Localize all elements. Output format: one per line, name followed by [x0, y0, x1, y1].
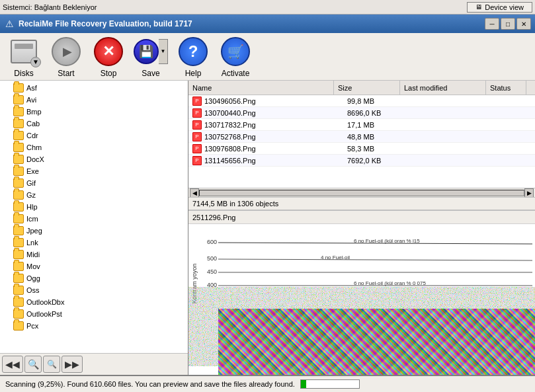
file-size-cell: 48,8 MB — [343, 133, 409, 141]
table-row[interactable]: P 130496056.Png 99,8 MB — [188, 95, 535, 107]
svg-text:6 no  Fuel-oil  (kül oran % 0 : 6 no Fuel-oil (kül oran % 0 075 — [354, 280, 427, 286]
tree-item[interactable]: DocX — [1, 153, 186, 165]
tree-item[interactable]: Mov — [1, 260, 186, 272]
folder-icon — [13, 297, 24, 307]
tree-item-label: Exe — [26, 167, 39, 175]
tree-item[interactable]: Asf — [1, 82, 186, 94]
folder-icon — [13, 178, 24, 188]
file-size-cell: 8696,0 KB — [343, 109, 409, 117]
folder-icon — [13, 286, 24, 295]
tree-item-label: Icm — [26, 215, 38, 223]
tree-item-label: Avi — [26, 96, 36, 104]
file-list-hscroll[interactable]: ◀ ▶ — [188, 188, 535, 197]
col-size-header[interactable]: Size — [334, 81, 400, 95]
tree-item-label: Gz — [26, 191, 36, 199]
table-row[interactable]: P 130717832.Png 17,1 MB — [188, 119, 535, 131]
folder-icon — [13, 226, 24, 235]
file-tree[interactable]: Asf Avi Bmp Cab Cdr Chm DocX Exe Gif Gz — [0, 81, 188, 353]
nav-buttons: ◀◀ 🔍 🔍 ▶▶ — [0, 353, 188, 375]
tree-item[interactable]: Chm — [1, 141, 186, 153]
tree-item-label: OutlookDbx — [26, 298, 64, 306]
zoom-out-button[interactable]: 🔍 — [24, 356, 42, 373]
file-name-cell: P 130496056.Png — [188, 97, 343, 106]
table-row[interactable]: P 130976808.Png 58,3 MB — [188, 143, 535, 155]
tree-item[interactable]: Icm — [1, 213, 186, 225]
top-bar-text: Sistemci: Bağlantı Bekleniyor — [3, 3, 97, 11]
file-name-cell: P 130752768.Png — [188, 132, 343, 141]
tree-item[interactable]: Pcx — [1, 320, 186, 332]
tree-item[interactable]: OutlookPst — [1, 308, 186, 320]
folder-icon — [13, 95, 24, 104]
col-name-header[interactable]: Name — [188, 81, 334, 95]
tree-item-label: Mov — [26, 262, 40, 270]
file-icon: P — [192, 108, 202, 118]
tree-item-label: Bmp — [26, 108, 42, 116]
file-name-cell: P 131145656.Png — [188, 156, 343, 165]
folder-icon — [13, 107, 24, 116]
folder-icon — [13, 131, 24, 140]
folder-icon — [13, 250, 24, 259]
zoom-in-button[interactable]: 🔍 — [43, 356, 60, 373]
progress-bar — [300, 379, 360, 389]
tree-item-label: Oss — [26, 286, 40, 294]
tree-item[interactable]: OutlookDbx — [1, 296, 186, 308]
col-status-header[interactable]: Status — [486, 81, 526, 95]
folder-icon — [13, 321, 24, 331]
table-row[interactable]: P 130700440.Png 8696,0 KB — [188, 107, 535, 119]
help-button[interactable]: Help — [175, 34, 212, 79]
status-text: Scanning (9,25%). Found 610.660 files. Y… — [5, 380, 295, 388]
disks-button[interactable]: ▼ Disks — [5, 34, 42, 79]
table-row[interactable]: P 131145656.Png 7692,0 KB — [188, 155, 535, 167]
save-button[interactable]: ▼ Save — [132, 34, 169, 79]
warning-icon: ⚠ — [4, 19, 15, 29]
file-icon: P — [192, 156, 202, 165]
table-row[interactable]: P 130752768.Png 48,8 MB — [188, 131, 535, 143]
right-panel: Name Size Last modified Status P 1304960… — [188, 81, 535, 375]
tree-item[interactable]: Exe — [1, 165, 186, 177]
noise-layer2 — [218, 309, 535, 375]
file-icon: P — [192, 120, 202, 130]
close-button[interactable]: ✕ — [516, 18, 531, 30]
file-name-cell: P 130717832.Png — [188, 120, 343, 130]
maximize-button[interactable]: □ — [501, 18, 515, 30]
start-label: Start — [58, 69, 74, 78]
preview-title: 2511296.Png — [188, 211, 535, 224]
folder-icon — [13, 309, 24, 319]
tree-item[interactable]: Avi — [1, 94, 186, 106]
tree-item[interactable]: Midi — [1, 249, 186, 260]
file-icon: P — [192, 132, 202, 141]
tree-item[interactable]: Jpeg — [1, 225, 186, 237]
status-bar: Scanning (9,25%). Found 610.660 files. Y… — [0, 375, 535, 392]
tree-item[interactable]: Cab — [1, 118, 186, 130]
hscroll-track[interactable] — [199, 190, 524, 196]
folder-icon — [13, 143, 24, 152]
file-size-cell: 7692,0 KB — [343, 157, 409, 165]
tree-item-label: Lnk — [26, 239, 38, 247]
file-name-cell: P 130976808.Png — [188, 144, 343, 153]
prev-button[interactable]: ◀◀ — [2, 356, 23, 373]
device-view-tab[interactable]: 🖥 Device view — [467, 2, 532, 13]
tree-item[interactable]: Ogg — [1, 272, 186, 284]
next-button[interactable]: ▶▶ — [62, 356, 83, 373]
start-button[interactable]: Start — [48, 34, 85, 79]
toolbar: ▼ Disks Start Stop ▼ Save Help — [0, 33, 535, 81]
svg-text:400: 400 — [207, 282, 217, 288]
minimize-button[interactable]: ─ — [485, 18, 499, 30]
tree-item[interactable]: Bmp — [1, 106, 186, 118]
tree-item[interactable]: Hlp — [1, 201, 186, 213]
file-list-header: Name Size Last modified Status — [188, 81, 535, 95]
tree-item[interactable]: Cdr — [1, 130, 186, 141]
folder-icon — [13, 202, 24, 212]
activate-button[interactable]: Activate — [217, 34, 254, 79]
file-list[interactable]: P 130496056.Png 99,8 MB P 130700440.Png … — [188, 95, 535, 188]
col-modified-header[interactable]: Last modified — [400, 81, 486, 95]
stop-button[interactable]: Stop — [90, 34, 127, 79]
tree-item[interactable]: Lnk — [1, 237, 186, 249]
summary-bar: 7144,5 MB in 1306 objects — [188, 197, 535, 210]
folder-icon — [13, 119, 24, 128]
folder-icon — [13, 262, 24, 271]
tree-item[interactable]: Oss — [1, 284, 186, 296]
tree-item[interactable]: Gz — [1, 189, 186, 201]
tree-item[interactable]: Gif — [1, 177, 186, 189]
save-dropdown-arrow[interactable]: ▼ — [159, 39, 168, 64]
